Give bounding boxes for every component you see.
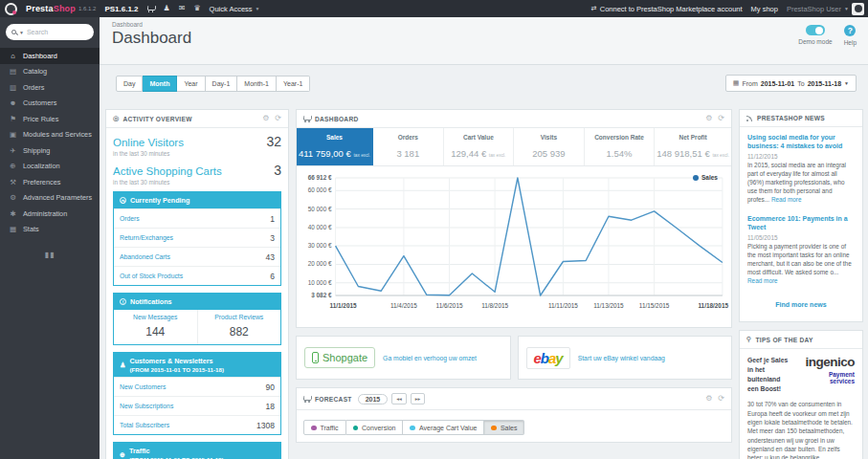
range-year-button[interactable]: Year [177,76,205,92]
kpi-cart-value[interactable]: Cart Value129,44 € tax excl. [444,128,515,165]
sidebar-item-orders[interactable]: ▥Orders [0,79,100,96]
ebay-link[interactable]: Start uw eBay winkel vandaag [578,355,665,361]
svg-text:66 912 €: 66 912 € [308,174,332,181]
date-range-picker[interactable]: ▦ From2015-11-01 To2015-11-18 ▼ [725,75,857,92]
news-article-title[interactable]: Ecommerce 101: Payments in a Tweet [747,214,855,231]
new-messages-cell[interactable]: New Messages 144 [114,310,197,344]
pending-row-abandoned-carts[interactable]: Abandoned Carts43 [114,247,280,266]
sales-chart-area: Sales 66 912 €60 000 €50 000 €40 000 €30… [297,166,731,327]
gear-icon[interactable]: ⚙ [262,115,269,122]
forecast-next-button[interactable]: ▸▸ [411,393,426,404]
range-day-button[interactable]: Day [116,76,143,92]
active-carts-subtitle: in the last 30 minutes [113,179,281,186]
trophy-icon[interactable]: ♛ [193,5,200,12]
range-year-1-button[interactable]: Year-1 [277,76,310,92]
sales-line-chart: 66 912 €60 000 €50 000 €40 000 €30 000 €… [299,170,729,321]
clock-icon: ◷ [120,197,126,204]
pending-row-orders[interactable]: Orders1 [114,208,280,228]
ps-version-label: PS1.6.1.2 [104,5,138,13]
forecast-body: Traffic Conversion Average Cart Value Sa… [297,410,731,442]
customers-icon: ☻ [9,98,17,107]
toggle-conversion[interactable]: Conversion [346,420,404,435]
main-content: Dashboard Dashboard Demo mode ? Help Day… [100,17,868,459]
range-month-button[interactable]: Month [143,76,177,92]
news-article-date: 11/12/2015 [747,153,855,160]
read-more-link[interactable]: Read more [747,277,778,284]
news-article-title[interactable]: Using social media for your business: 4 … [747,133,855,150]
sidebar-item-customers[interactable]: ☻Customers [0,96,100,112]
my-shop-link[interactable]: My shop [751,5,778,13]
gear-icon[interactable]: ⚙ [705,115,712,122]
sidebar-item-price-rules[interactable]: ⚑Price Rules [0,111,100,127]
header-controls: Demo mode ? Help [798,25,857,46]
chevron-down-icon[interactable]: ▼ [19,30,24,35]
svg-text:11/15/2015: 11/15/2015 [639,302,670,309]
search-input[interactable] [27,29,88,35]
sidebar-item-preferences[interactable]: ⚒Preferences [0,174,100,190]
forecast-prev-button[interactable]: ◂◂ [391,393,407,404]
shopgate-link[interactable]: Ga mobiel en verhoog uw omzet [383,355,477,361]
customers-row-new-subscriptions[interactable]: New Subscriptions18 [114,396,280,415]
refresh-icon[interactable]: ⟳ [718,115,724,122]
customers-title: Customers & Newsletters [129,357,212,365]
kpi-visits[interactable]: Visits205 939 [514,128,585,165]
kpi-row: Sales411 759,00 € tax excl. Orders3 181 … [297,128,731,166]
cart-icon[interactable] [147,6,155,12]
ingenico-logo: ingenico Paymentservices [796,356,855,393]
refresh-icon[interactable]: ⟳ [718,395,724,403]
sidebar-item-shipping[interactable]: ✈Shipping [0,142,100,159]
kpi-sales[interactable]: Sales411 759,00 € tax excl. [297,128,373,165]
dashboard-columns: ◎ACTIVITY OVERVIEW ⚙⟳ Online Visitors 32… [100,101,868,459]
sidebar-item-advanced-parameters[interactable]: ⚙Advanced Parameters [0,190,100,207]
tips-heading: Geef je Sales in het buitenland een Boos… [747,356,792,393]
pending-row-out-of-stock[interactable]: Out of Stock Products6 [114,266,280,285]
activity-overview-panel: ◎ACTIVITY OVERVIEW ⚙⟳ Online Visitors 32… [105,109,289,459]
svg-text:11/13/2015: 11/13/2015 [593,302,624,309]
user-menu[interactable]: PrestaShop User▼ [787,3,864,15]
date-from: 2015-11-01 [761,80,794,87]
sidebar-item-modules[interactable]: ▣Modules and Services [0,127,100,143]
customers-row-total-subscribers[interactable]: Total Subscribers1308 [114,415,280,434]
date-range-buttons: Day Month Year Day-1 Month-1 Year-1 [116,76,310,92]
read-more-link[interactable]: Read more [771,196,802,203]
traffic-title: Traffic [129,447,150,455]
cart-icon [303,396,311,403]
product-reviews-cell[interactable]: Product Reviews 882 [197,310,281,344]
customers-row-new-customers[interactable]: New Customers90 [114,377,280,396]
marketplace-link[interactable]: ⇄Connect to PrestaShop Marketplace accou… [591,5,743,13]
tips-panel-header: ⚲TIPS OF THE DAY [740,331,862,349]
sidebar-search[interactable]: ▼ [6,24,94,40]
find-more-news-link[interactable]: Find more news [747,295,855,316]
refresh-icon[interactable]: ⟳ [275,115,281,122]
quick-access-menu[interactable]: Quick Access▼ [210,5,260,13]
online-visitors-value: 32 [266,134,281,149]
sidebar-item-administration[interactable]: ✱Administration [0,206,100,222]
sidebar-item-catalog[interactable]: ▤Catalog [0,64,100,80]
sidebar-item-stats[interactable]: ▦Stats [0,222,100,238]
kpi-net-profit[interactable]: Net Profit148 918,51 € tax excl. [655,128,731,165]
price-rules-icon: ⚑ [9,115,17,123]
employee-icon[interactable]: ♟ [164,5,170,12]
sidebar-item-dashboard[interactable]: ⌂Dashboard [0,48,100,64]
range-month-1-button[interactable]: Month-1 [237,76,277,92]
pending-row-returns[interactable]: Return/Exchanges3 [114,228,280,247]
active-carts-link[interactable]: Active Shopping Carts [113,165,222,177]
toggle-sales[interactable]: Sales [484,420,524,435]
traffic-section: ⊕Traffic(FROM 2015-11-01 TO 2015-11-18) … [113,442,281,459]
help-icon[interactable]: ? [844,25,856,36]
breadcrumb[interactable]: Dashboard [112,21,857,28]
kpi-conversion-rate[interactable]: Conversion Rate1.54% [585,128,656,165]
toggle-traffic[interactable]: Traffic [303,420,346,435]
range-day-1-button[interactable]: Day-1 [206,76,238,92]
gear-icon[interactable]: ⚙ [705,395,712,403]
alert-icon: ! [120,298,126,305]
chart-legend-sales[interactable]: Sales [693,174,718,181]
online-visitors-link[interactable]: Online Visitors [113,137,184,148]
demo-mode-toggle[interactable] [806,25,825,35]
toggle-average-cart-value[interactable]: Average Cart Value [403,420,484,435]
sidebar-collapse-button[interactable]: ▮▮ [44,251,56,259]
svg-text:30 000 €: 30 000 € [308,242,332,249]
messages-icon[interactable]: ✉ [179,5,186,12]
sidebar-item-localization[interactable]: ⊕Localization [0,159,100,175]
kpi-orders[interactable]: Orders3 181 [373,128,444,165]
